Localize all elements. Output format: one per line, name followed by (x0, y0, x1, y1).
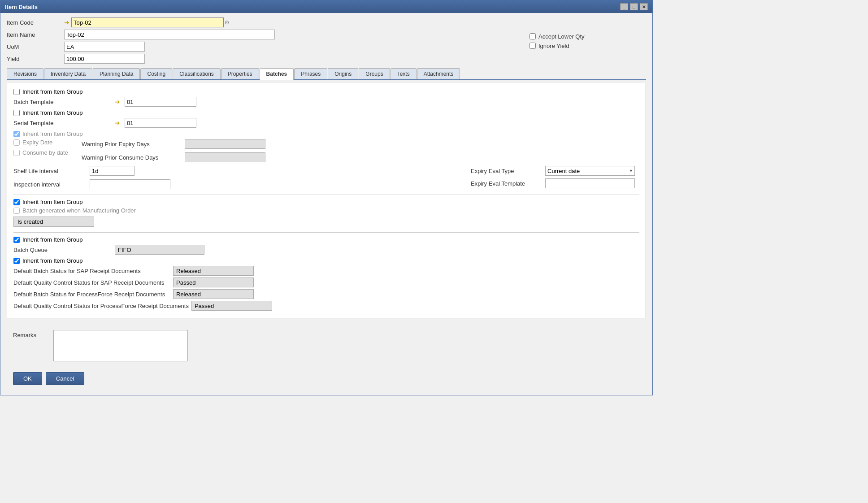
default-qc-pf-label: Default Quality Control Status for Proce… (13, 303, 189, 309)
expiry-eval-type-dropdown-wrap: Current date (545, 166, 635, 176)
warning-expiry-row: Warning Prior Expiry Days (82, 139, 265, 149)
inherit-serial-template-checkbox[interactable] (13, 110, 20, 116)
tab-planning-data[interactable]: Planning Data (93, 68, 140, 79)
batch-generated-checkbox[interactable] (13, 208, 20, 214)
tab-attachments[interactable]: Attachments (417, 68, 460, 79)
item-code-arrow: ➜ (64, 19, 69, 26)
default-batch-pf-input[interactable] (173, 289, 254, 299)
ok-button[interactable]: OK (13, 372, 42, 385)
ignore-yield-row: Ignore Yield (529, 43, 646, 49)
accept-lower-qty-label: Accept Lower Qty (538, 33, 585, 40)
tab-groups[interactable]: Groups (359, 68, 390, 79)
expiry-eval-template-row: Expiry Eval Template (471, 178, 635, 188)
shelf-life-row: Shelf Life interval (13, 166, 170, 176)
default-qc-pf-input[interactable] (191, 301, 272, 311)
tab-classifications[interactable]: Classifications (173, 68, 221, 79)
inherit-serial-template-label: Inherit from Item Group (22, 109, 82, 116)
batches-tab-content: Inherit from Item Group Batch Template ➜… (7, 83, 646, 318)
inherit-default-status-checkbox[interactable] (13, 258, 20, 264)
tab-costing[interactable]: Costing (140, 68, 172, 79)
item-code-input[interactable] (71, 17, 224, 27)
uom-label: UoM (7, 43, 61, 50)
divider-1 (13, 195, 639, 195)
inherit-batch-queue-row: Inherit from Item Group (13, 236, 639, 243)
expiry-consume-section: Expiry Date Consume by date Warning Prio… (13, 139, 639, 164)
batch-queue-row: Batch Queue (13, 245, 639, 255)
batch-template-row: Batch Template ➜ (13, 97, 639, 107)
close-button[interactable]: ✕ (640, 3, 648, 10)
main-content: Item Code ➜ ⊙ Accept Lower Qty Ignore Yi… (0, 13, 652, 395)
default-batch-pf-row: Default Batch Status for ProcessForce Re… (13, 289, 639, 299)
shelf-expiry-section: Shelf Life interval Inspection interval … (13, 166, 639, 191)
inherit-batch-queue-label: Inherit from Item Group (22, 236, 82, 243)
inherit-batch-template-checkbox[interactable] (13, 89, 20, 95)
tab-origins[interactable]: Origins (328, 68, 358, 79)
shelf-life-input[interactable] (90, 166, 135, 176)
cancel-button[interactable]: Cancel (46, 372, 84, 385)
item-name-input[interactable] (64, 30, 275, 39)
inherit-expiry-checkbox[interactable] (13, 131, 20, 137)
batch-queue-label: Batch Queue (13, 247, 112, 253)
inherit-batch-queue-checkbox[interactable] (13, 237, 20, 243)
consume-by-date-row: Consume by date (13, 149, 68, 156)
maximize-button[interactable]: □ (630, 3, 638, 10)
minimize-button[interactable]: _ (620, 3, 628, 10)
batch-generated-row: Batch generated when Manufacturing Order (13, 207, 639, 214)
inspection-label: Inspection interval (13, 181, 85, 188)
inherit-batch-template-row: Inherit from Item Group (13, 88, 639, 95)
ignore-yield-checkbox[interactable] (529, 43, 536, 49)
serial-template-label: Serial Template (13, 120, 112, 126)
remarks-section: Remarks (7, 325, 646, 366)
tab-phrases[interactable]: Phrases (294, 68, 327, 79)
batch-queue-input[interactable] (115, 245, 204, 255)
warning-consume-input[interactable] (185, 152, 265, 162)
warning-expiry-label: Warning Prior Expiry Days (82, 141, 180, 147)
title-bar: Item Details _ □ ✕ (0, 0, 652, 13)
window-title: Item Details (5, 4, 38, 10)
inherit-batch-gen-checkbox[interactable] (13, 199, 20, 205)
uom-input[interactable] (64, 42, 145, 52)
expiry-eval-type-row: Expiry Eval Type Current date (471, 166, 635, 176)
consume-by-date-checkbox[interactable] (13, 150, 20, 156)
inherit-batch-gen-row: Inherit from Item Group (13, 199, 639, 205)
tab-texts[interactable]: Texts (391, 68, 417, 79)
expiry-left-col: Expiry Date Consume by date (13, 139, 68, 164)
window-controls: _ □ ✕ (620, 3, 648, 10)
inherit-expiry-label: Inherit from Item Group (22, 130, 82, 137)
default-qc-receipt-input[interactable] (173, 278, 254, 287)
warning-expiry-input[interactable] (185, 139, 265, 149)
batch-template-label: Batch Template (13, 99, 112, 105)
serial-template-arrow: ➜ (115, 119, 120, 126)
tab-properties[interactable]: Properties (221, 68, 259, 79)
header-right-section: Accept Lower Qty Ignore Yield (512, 32, 646, 49)
shelf-inspect-col: Shelf Life interval Inspection interval (13, 166, 170, 191)
tab-batches[interactable]: Batches (260, 68, 294, 80)
remarks-textarea[interactable] (53, 330, 188, 361)
tab-inventory-data[interactable]: Inventory Data (44, 68, 92, 79)
header-fields: Item Code ➜ ⊙ Accept Lower Qty Ignore Yi… (7, 17, 646, 64)
yield-input[interactable] (64, 54, 145, 64)
expiry-date-row: Expiry Date (13, 139, 68, 146)
accept-lower-qty-row: Accept Lower Qty (529, 33, 646, 40)
batch-generated-label: Batch generated when Manufacturing Order (22, 207, 136, 214)
expiry-eval-template-input[interactable] (545, 178, 635, 188)
tab-revisions[interactable]: Revisions (7, 68, 43, 79)
expiry-date-checkbox[interactable] (13, 139, 20, 146)
footer-buttons: OK Cancel (7, 369, 646, 390)
item-code-icon[interactable]: ⊙ (225, 19, 229, 26)
expiry-date-label: Expiry Date (22, 139, 52, 146)
warning-consume-row: Warning Prior Consume Days (82, 152, 265, 162)
divider-2 (13, 232, 639, 233)
default-batch-receipt-input[interactable] (173, 266, 254, 276)
tab-bar: Revisions Inventory Data Planning Data C… (7, 68, 646, 80)
expiry-eval-template-label: Expiry Eval Template (471, 180, 542, 187)
serial-template-input[interactable] (125, 118, 196, 128)
inherit-batch-gen-label: Inherit from Item Group (22, 199, 82, 205)
consume-by-date-label: Consume by date (22, 149, 68, 156)
expiry-eval-type-select[interactable]: Current date (545, 166, 635, 176)
is-created-box: Is created (13, 217, 94, 227)
default-qc-receipt-row: Default Quality Control Status for SAP R… (13, 278, 639, 287)
inspection-input[interactable] (90, 179, 170, 189)
batch-template-input[interactable] (125, 97, 196, 107)
accept-lower-qty-checkbox[interactable] (529, 33, 536, 39)
